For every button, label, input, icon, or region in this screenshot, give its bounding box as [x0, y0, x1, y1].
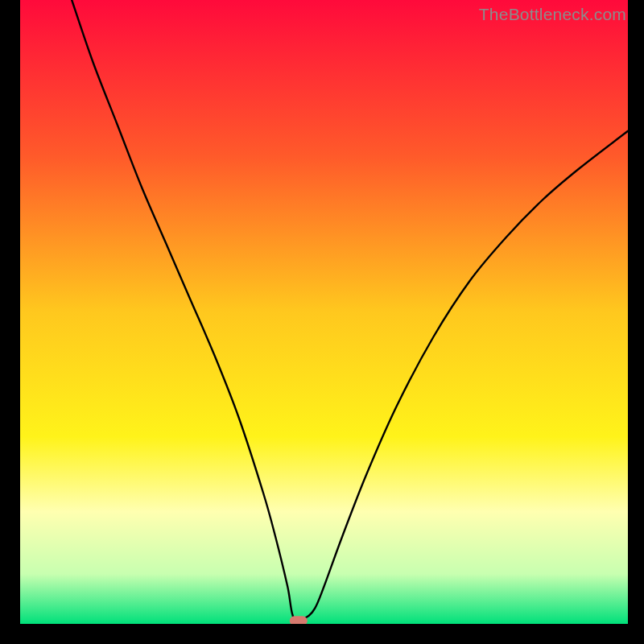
watermark: TheBottleneck.com	[479, 5, 626, 24]
plot-svg	[20, 0, 628, 624]
plot-area	[20, 0, 628, 624]
optimum-marker	[290, 616, 308, 624]
bottleneck-chart: TheBottleneck.com	[0, 0, 644, 644]
gradient-background	[20, 0, 628, 624]
